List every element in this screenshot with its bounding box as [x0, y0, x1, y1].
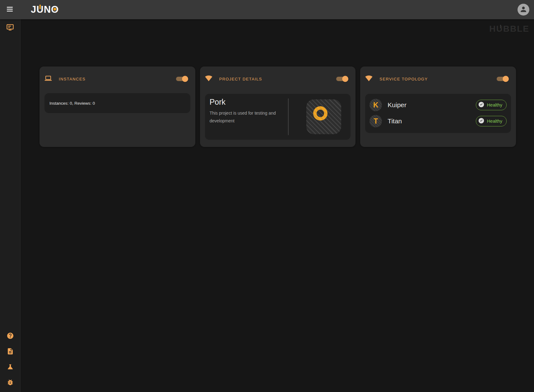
user-avatar-button[interactable]: [518, 4, 529, 16]
toggle-thumb: [182, 76, 188, 82]
laptop-icon: [44, 75, 52, 83]
service-name: Kuiper: [388, 101, 406, 109]
dvr-screen-icon: [6, 23, 14, 32]
project-panel: Pork This project is used for testing an…: [205, 94, 351, 140]
main-content: HUBBLE INSTANCES Insta: [21, 19, 534, 392]
health-status-badge: Healthy: [476, 116, 507, 126]
project-description: This project is used for testing and dev…: [210, 109, 288, 125]
sidebar-item-dashboard[interactable]: [6, 23, 15, 32]
service-initial: K: [373, 101, 378, 109]
menu-button[interactable]: [5, 5, 14, 14]
service-topology-card-title: SERVICE TOPOLOGY: [379, 77, 428, 81]
flask-icon: [7, 363, 14, 371]
left-sidebar: [0, 19, 21, 392]
document-icon: [7, 348, 14, 356]
service-name: Titan: [388, 117, 402, 125]
toggle-thumb: [342, 76, 348, 82]
service-row-titan[interactable]: T Titan Healthy: [369, 115, 507, 127]
service-topology-card: SERVICE TOPOLOGY K Kuiper Healthy: [360, 66, 516, 147]
logo-letter: O: [51, 4, 59, 15]
watermark-u-mark: [500, 25, 501, 28]
vertical-divider: [288, 98, 289, 135]
instances-card: INSTANCES Instances: 0, Reviews: 0: [39, 66, 195, 147]
health-status-text: Healthy: [487, 103, 502, 107]
logo-letter: J: [31, 4, 36, 15]
project-text-block: Pork This project is used for testing an…: [205, 94, 288, 140]
toggle-thumb: [503, 76, 509, 82]
sidebar-item-bug-report[interactable]: [6, 378, 15, 387]
sidebar-item-help[interactable]: [6, 332, 15, 340]
top-app-bar: J U N O: [0, 0, 534, 19]
project-details-card-title: PROJECT DETAILS: [219, 77, 262, 81]
instances-card-title: INSTANCES: [59, 77, 86, 81]
project-details-card-header: PROJECT DETAILS: [205, 75, 351, 83]
app-root: J U N O: [0, 0, 534, 392]
check-circle-icon: [478, 117, 485, 125]
orange-ring-logo: [313, 106, 327, 121]
watermark-text: HUBBLE: [489, 24, 529, 34]
check-circle-icon: [478, 101, 485, 109]
project-details-toggle[interactable]: [336, 77, 347, 81]
sidebar-bottom-group: [6, 332, 15, 392]
bug-icon: [7, 379, 14, 387]
service-list-panel: K Kuiper Healthy T Titan: [365, 94, 511, 133]
instances-summary-panel: Instances: 0, Reviews: 0: [44, 93, 190, 113]
service-topology-card-header: SERVICE TOPOLOGY: [365, 75, 511, 83]
logo-letter: N: [44, 4, 51, 15]
service-avatar: T: [369, 115, 382, 127]
instances-card-header: INSTANCES: [44, 75, 190, 83]
hubble-watermark: HUBBLE: [489, 24, 529, 34]
health-status-text: Healthy: [487, 119, 502, 124]
wifi-signal-icon: [365, 75, 373, 83]
project-logo-image: [306, 99, 341, 134]
dashboard-cards: INSTANCES Instances: 0, Reviews: 0 PROJE…: [39, 66, 516, 147]
logo-letter: U: [36, 4, 44, 15]
project-name: Pork: [210, 98, 288, 107]
wifi-signal-icon: [205, 75, 212, 83]
sidebar-item-experiments[interactable]: [6, 363, 15, 371]
help-icon: [7, 332, 14, 340]
instances-summary-text: Instances: 0, Reviews: 0: [49, 101, 95, 106]
person-icon: [519, 5, 527, 14]
health-status-badge: Healthy: [476, 100, 507, 110]
service-initial: T: [374, 117, 378, 125]
hamburger-icon: [6, 5, 14, 14]
service-avatar: K: [369, 99, 382, 111]
juno-logo: J U N O: [31, 4, 59, 15]
sidebar-item-docs[interactable]: [6, 347, 15, 356]
service-topology-toggle[interactable]: [497, 77, 508, 81]
service-row-kuiper[interactable]: K Kuiper Healthy: [369, 99, 507, 111]
instances-toggle[interactable]: [176, 77, 187, 81]
project-details-card: PROJECT DETAILS Pork This project is use…: [200, 66, 356, 147]
